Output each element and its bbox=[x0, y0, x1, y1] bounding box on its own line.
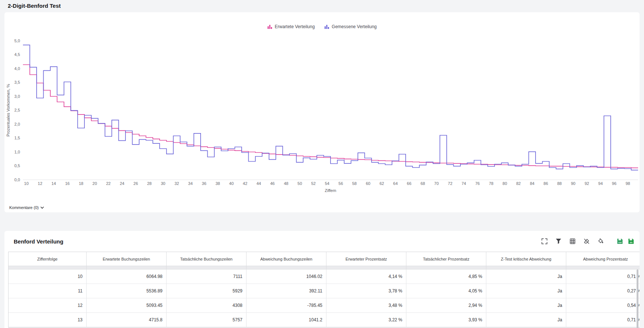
svg-text:10: 10 bbox=[24, 181, 28, 186]
table-card: Benford Verteilung bbox=[4, 231, 640, 328]
table-cell: 2,94 % bbox=[406, 298, 486, 312]
table-row[interactable]: 106064.9871111046.024,14 %4,85 %Ja0,71 % bbox=[9, 269, 640, 284]
svg-text:52: 52 bbox=[311, 181, 316, 186]
comments-toggle[interactable]: Kommentare (0) bbox=[9, 205, 44, 210]
chart-card: Erwartete VerteilungGemessene Verteilung… bbox=[4, 12, 640, 212]
legend-label: Gemessene Verteilung bbox=[332, 24, 376, 29]
svg-text:88: 88 bbox=[557, 181, 561, 186]
table-grid-button[interactable] bbox=[569, 238, 576, 245]
svg-text:0,5: 0,5 bbox=[14, 163, 20, 168]
svg-text:Ziffern: Ziffern bbox=[325, 188, 336, 193]
svg-text:42: 42 bbox=[243, 181, 247, 186]
table-cell: -785.45 bbox=[246, 298, 326, 312]
svg-text:90: 90 bbox=[571, 181, 575, 186]
filter-strip-cell bbox=[9, 266, 87, 269]
filter-strip-cell bbox=[87, 266, 167, 269]
export-csv-icon: csv bbox=[617, 238, 623, 245]
svg-text:46: 46 bbox=[270, 181, 275, 186]
mini-histogram-icon bbox=[324, 24, 329, 29]
fill-color-icon bbox=[598, 238, 604, 244]
svg-text:20: 20 bbox=[93, 181, 97, 186]
export-csv-button[interactable]: csv bbox=[617, 238, 623, 245]
table-cell: 5536.89 bbox=[87, 284, 167, 298]
table-cell: 3,48 % bbox=[326, 298, 406, 312]
table-cell: 0,54 % bbox=[566, 298, 640, 312]
benford-chart[interactable]: 0,00,51,01,52,02,53,03,54,04,55,01012141… bbox=[4, 31, 640, 198]
legend-item[interactable]: Erwartete Verteilung bbox=[267, 24, 315, 29]
table-cell: 4715.8 bbox=[87, 313, 167, 327]
svg-text:12: 12 bbox=[38, 181, 42, 186]
svg-text:40: 40 bbox=[229, 181, 234, 186]
table-cell: 4,85 % bbox=[406, 269, 486, 284]
table-title: Benford Verteilung bbox=[14, 238, 63, 245]
svg-text:1,5: 1,5 bbox=[14, 136, 20, 140]
filter-strip-cell bbox=[246, 266, 326, 269]
filter-strip-cell bbox=[406, 266, 486, 269]
table-cell: 5929 bbox=[167, 284, 246, 298]
clear-highlight-icon bbox=[584, 238, 590, 244]
column-header[interactable]: Abweichung Prozentsatz bbox=[566, 252, 640, 266]
legend-label: Erwartete Verteilung bbox=[275, 24, 315, 29]
table-card-header: Benford Verteilung bbox=[4, 231, 640, 252]
filter-strip-cell bbox=[167, 266, 246, 269]
page-title: 2-Digit-Benford Test bbox=[8, 3, 61, 9]
svg-text:18: 18 bbox=[79, 181, 83, 186]
table-cell: 1041.2 bbox=[246, 313, 326, 327]
table-cell: 1046.02 bbox=[246, 269, 326, 284]
clear-highlight-button[interactable] bbox=[583, 238, 590, 245]
svg-text:Prozentuales Vorkommen, %: Prozentuales Vorkommen, % bbox=[6, 84, 10, 136]
svg-text:74: 74 bbox=[462, 181, 466, 186]
table-row[interactable]: 125093.454308-785.453,48 %2,94 %Ja0,54 % bbox=[9, 298, 640, 313]
table-cell: 13 bbox=[9, 313, 87, 327]
svg-text:xls: xls bbox=[630, 241, 633, 243]
export-xlsx-icon: xls bbox=[628, 238, 634, 245]
table-cell: 392.11 bbox=[246, 284, 326, 298]
fill-color-button[interactable] bbox=[597, 238, 604, 245]
table-grid-icon bbox=[570, 238, 576, 244]
fullscreen-button[interactable] bbox=[541, 238, 548, 245]
svg-text:70: 70 bbox=[434, 181, 439, 186]
benford-table: ZiffernfolgeErwartete BuchungszeilenTats… bbox=[8, 252, 640, 328]
table-filter-strip bbox=[9, 266, 640, 269]
table-cell: Ja bbox=[486, 269, 566, 284]
svg-text:1,0: 1,0 bbox=[14, 150, 20, 154]
svg-text:76: 76 bbox=[475, 181, 480, 186]
table-scrollbar[interactable] bbox=[637, 269, 638, 328]
table-cell: 12 bbox=[9, 298, 87, 312]
table-cell: 3,22 % bbox=[326, 313, 406, 327]
table-cell: 0,27 % bbox=[566, 284, 640, 298]
svg-text:62: 62 bbox=[379, 181, 384, 186]
svg-text:54: 54 bbox=[325, 181, 329, 186]
table-cell: 4,14 % bbox=[326, 269, 406, 284]
filter-button[interactable] bbox=[555, 238, 562, 245]
table-cell: 7111 bbox=[167, 269, 246, 284]
export-xlsx-button[interactable]: xls bbox=[628, 238, 634, 245]
svg-text:66: 66 bbox=[407, 181, 411, 186]
table-cell: 3,78 % bbox=[326, 284, 406, 298]
table-cell: 0,71 % bbox=[566, 313, 640, 327]
column-header[interactable]: Erwarteter Prozentsatz bbox=[326, 252, 406, 266]
chevron-down-icon bbox=[40, 206, 44, 209]
table-cell: 6064.98 bbox=[87, 269, 167, 284]
column-header[interactable]: Erwartete Buchungszeilen bbox=[87, 252, 167, 266]
table-cell: Ja bbox=[486, 298, 566, 312]
table-row[interactable]: 134715.857571041.23,22 %3,93 %Ja0,71 % bbox=[9, 313, 640, 327]
column-header[interactable]: Ziffernfolge bbox=[9, 252, 87, 266]
svg-text:58: 58 bbox=[352, 181, 356, 186]
mini-histogram-icon bbox=[267, 24, 272, 29]
column-header[interactable]: Tatsächliche Buchungszeilen bbox=[167, 252, 246, 266]
svg-text:48: 48 bbox=[284, 181, 288, 186]
svg-text:50: 50 bbox=[298, 181, 302, 186]
column-header[interactable]: Abweichung Buchungszeilen bbox=[246, 252, 326, 266]
column-header[interactable]: Z-Test kritische Abweichung bbox=[486, 252, 566, 266]
column-header[interactable]: Tatsächlicher Prozentsatz bbox=[406, 252, 486, 266]
svg-text:2,0: 2,0 bbox=[14, 122, 20, 126]
svg-text:68: 68 bbox=[420, 181, 425, 186]
table-cell: Ja bbox=[486, 313, 566, 327]
table-row[interactable]: 115536.895929392.113,78 %4,05 %Ja0,27 % bbox=[9, 284, 640, 298]
table-cell: 4,05 % bbox=[406, 284, 486, 298]
svg-text:78: 78 bbox=[489, 181, 493, 186]
svg-text:84: 84 bbox=[530, 181, 534, 186]
svg-text:14: 14 bbox=[51, 181, 56, 186]
legend-item[interactable]: Gemessene Verteilung bbox=[324, 24, 376, 29]
